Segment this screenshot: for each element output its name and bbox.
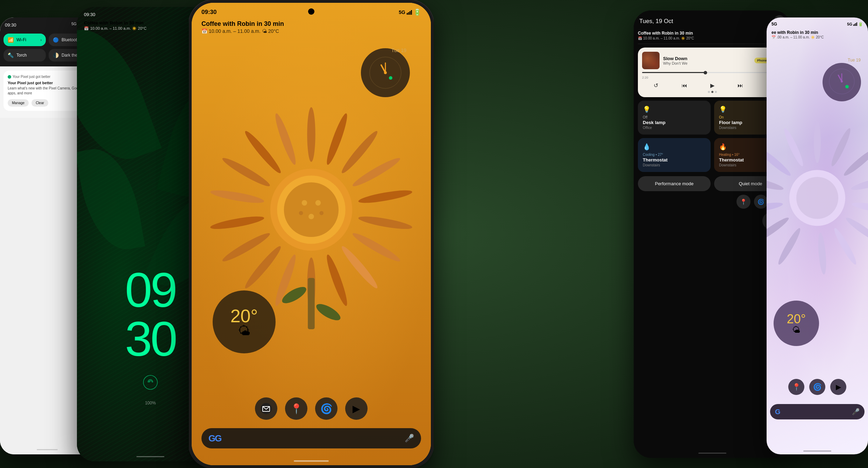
weather-temperature: 20° xyxy=(230,305,258,326)
p5-youtube-icon[interactable]: ▶ xyxy=(830,379,846,395)
play-pause-button[interactable]: ▶ xyxy=(710,82,714,89)
wifi-tile[interactable]: 📶 Wi-Fi › xyxy=(3,34,46,46)
fan-dock-icon[interactable]: 🌀 xyxy=(315,397,337,420)
p3-status-bar: 09:30 5G 🔋 xyxy=(192,3,431,19)
search-mic-icon[interactable]: 🎤 xyxy=(405,434,414,443)
clock-widget: Tue 19 xyxy=(361,48,410,97)
svg-point-43 xyxy=(767,175,784,192)
youtube-dock-icon[interactable]: ▶ xyxy=(345,397,368,420)
maps-icon: 📍 xyxy=(290,403,303,415)
svg-point-56 xyxy=(841,80,843,82)
music-times: 2:20 3:08 xyxy=(642,76,783,79)
p5-notification: ee with Robin in 30 min 📅 .00 a.m. – 11.… xyxy=(771,30,863,39)
music-progress-bar[interactable] xyxy=(642,72,783,73)
svg-point-41 xyxy=(767,146,793,178)
torch-tile[interactable]: 🔦 Torch xyxy=(3,49,46,62)
p5-weather-icon: 🌤 xyxy=(792,325,801,335)
wifi-label: Wi-Fi xyxy=(16,37,26,42)
prev-button[interactable]: ⏮ xyxy=(682,82,687,89)
music-page-dots xyxy=(642,91,783,93)
svg-point-42 xyxy=(850,175,868,192)
manage-button[interactable]: Manage xyxy=(8,99,29,107)
svg-point-6 xyxy=(351,155,402,189)
home-indicator xyxy=(294,460,329,462)
weather-widget: 20° 🌤 xyxy=(213,290,276,353)
svg-point-24 xyxy=(308,214,314,219)
p3-signal-bars xyxy=(407,10,412,15)
svg-point-16 xyxy=(324,253,350,307)
bluetooth-icon: 🔵 xyxy=(53,37,59,43)
calendar-icon: 📅 xyxy=(638,36,642,40)
lock-time-display: 09:30 xyxy=(84,12,95,17)
p5-weather-widget: 20° 🌤 xyxy=(774,301,819,346)
svg-point-11 xyxy=(209,214,265,231)
svg-rect-27 xyxy=(308,278,315,329)
cooling-icon: 💧 xyxy=(643,143,706,151)
lock-notif-time: 10.00 a.m. – 11.00 a.m. ☀️ 20°C xyxy=(90,26,147,31)
svg-point-48 xyxy=(832,226,859,266)
search-bar[interactable]: G G 🎤 xyxy=(201,428,421,448)
phone5-screen: 5G 5G 🔋 ee with Robin in 30 min 📅 .00 a.… xyxy=(767,17,868,454)
p3-notif-time: 10.00 a.m. – 11.00 a.m. 🌤 20°C xyxy=(209,28,279,34)
cooling-status: Cooling • 27° xyxy=(643,153,706,157)
desk-lamp-status: Off xyxy=(643,115,706,119)
performance-mode-button[interactable]: Performance mode xyxy=(638,176,711,191)
desk-lamp-name: Desk lamp xyxy=(643,120,706,125)
svg-point-9 xyxy=(209,188,265,205)
dot-1 xyxy=(708,91,710,93)
clock-face xyxy=(368,55,403,90)
album-art xyxy=(642,52,660,69)
youtube-icon: ▶ xyxy=(353,403,360,415)
thermostat-cooling-tile[interactable]: 💧 Cooling • 27° Thermostat Downstairs xyxy=(638,138,711,172)
phone3-screen: 09:30 5G 🔋 Coffee with Robin in 30 min xyxy=(192,3,431,465)
p5-time: 5G xyxy=(771,22,777,27)
clear-button[interactable]: Clear xyxy=(31,99,48,107)
sh-date: Tues, 19 Oct xyxy=(639,18,673,25)
p5-maps-icon[interactable]: 📍 xyxy=(788,379,804,395)
desk-lamp-tile[interactable]: 💡 Off Desk lamp Office xyxy=(638,101,711,135)
music-artist: Why Don't We xyxy=(663,61,751,65)
p5-clock-inner: Tue 19 xyxy=(828,67,856,97)
fingerprint-area[interactable] xyxy=(143,375,158,391)
clock-inner: Tue 19 xyxy=(368,55,403,90)
svg-point-5 xyxy=(242,129,284,176)
gmail-dock-icon[interactable] xyxy=(255,397,277,420)
notif-header: Your Pixel just got better now xyxy=(8,75,87,79)
p5-search-bar[interactable]: G 🎤 xyxy=(770,404,865,419)
svg-rect-35 xyxy=(261,403,272,414)
next-button[interactable]: ⏭ xyxy=(738,82,743,89)
qs-time: 09:30 xyxy=(5,22,16,28)
notif-title: Your Pixel just got better xyxy=(8,81,87,85)
maps-dock-icon[interactable]: 📍 xyxy=(285,397,307,420)
thermostat-cooling-location: Downstairs xyxy=(643,163,706,167)
p5-mic-icon[interactable]: 🎤 xyxy=(852,408,860,416)
google-logo: G xyxy=(208,433,215,444)
clock-date-label: Tue 19 xyxy=(391,48,406,53)
dark-theme-icon: 🌓 xyxy=(53,52,59,58)
music-info-row: Slow Down Why Don't We Phone Speaker xyxy=(642,52,783,69)
maps-icon-button[interactable]: 📍 xyxy=(737,195,750,209)
svg-point-7 xyxy=(220,155,272,189)
svg-point-15 xyxy=(242,244,284,291)
sh-notification: Coffee with Robin in 30 min 📅 10.00 a.m.… xyxy=(638,31,787,44)
p5-fan-icon[interactable]: 🌀 xyxy=(809,379,825,395)
p3-5g: 5G xyxy=(399,9,405,15)
music-player[interactable]: Slow Down Why Don't We Phone Speaker 2:2… xyxy=(638,48,787,97)
replay-button[interactable]: ↺ xyxy=(654,82,658,89)
music-progress-dot[interactable] xyxy=(704,71,707,74)
sh-notif-time: 10.00 a.m. – 11.00 a.m. ☀️ 20°C xyxy=(643,36,694,40)
p3-notification[interactable]: Coffee with Robin in 30 min 📅 10.00 a.m.… xyxy=(201,20,421,34)
svg-point-4 xyxy=(339,129,380,176)
home-indicator xyxy=(698,453,726,454)
calendar-icon: 📅 xyxy=(771,35,776,39)
svg-point-47 xyxy=(767,215,791,245)
sh-bottom-buttons: Performance mode Quiet mode xyxy=(638,176,787,191)
svg-point-33 xyxy=(384,71,387,74)
svg-point-13 xyxy=(220,230,272,264)
svg-point-45 xyxy=(767,201,783,215)
fan-icon-button[interactable]: 🌀 xyxy=(754,195,768,209)
fingerprint-icon xyxy=(143,375,158,390)
wifi-icon: 📶 xyxy=(8,37,14,43)
notif-app-name: Your Pixel just got better xyxy=(13,75,50,79)
svg-point-14 xyxy=(339,244,380,291)
